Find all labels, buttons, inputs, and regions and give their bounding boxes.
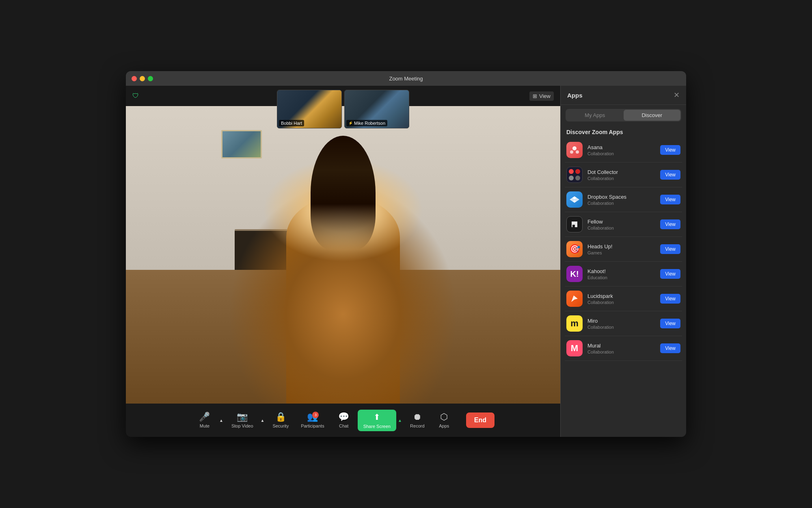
svg-marker-7: [571, 295, 578, 302]
zoom-window: Zoom Meeting 🛡 Bobbi Hart: [126, 71, 686, 437]
headsup-icon: 🎯: [566, 241, 583, 257]
miro-icon: m: [566, 315, 583, 332]
participant-name-bobbi: Bobbi Hart: [281, 121, 302, 126]
close-window-button[interactable]: [132, 76, 137, 81]
share-icon-wrap: ⬆: [374, 412, 380, 422]
miro-view-button[interactable]: View: [660, 319, 680, 328]
mute-label: Mute: [200, 423, 209, 428]
chat-button[interactable]: 💬 Chat: [331, 410, 357, 431]
maximize-window-button[interactable]: [148, 76, 153, 81]
share-upload-icon: ⬆: [374, 412, 380, 422]
thumbnail-mike[interactable]: ⚡ Mike Robertson: [344, 90, 409, 128]
mural-view-button[interactable]: View: [660, 343, 680, 353]
stop-video-button[interactable]: 📷 Stop Video: [226, 410, 259, 431]
kahoot-icon: K!: [566, 266, 583, 282]
lucidspark-view-button[interactable]: View: [660, 294, 680, 304]
participants-icon-wrap: 👥 3: [307, 412, 318, 421]
lucidspark-icon: [566, 291, 583, 307]
mural-icon: M: [566, 340, 583, 356]
share-screen-label: Share Screen: [363, 424, 391, 429]
participants-button[interactable]: 👥 3 Participants: [295, 410, 330, 431]
tab-my-apps[interactable]: My Apps: [566, 110, 624, 121]
dropbox-view-button[interactable]: View: [660, 195, 680, 204]
apps-panel-title: Apps: [567, 92, 583, 99]
app-item-lucidspark: Lucidspark Collaboration View: [565, 287, 682, 311]
app-item-kahoot: K! Kahoot! Education View: [565, 262, 682, 287]
security-label: Security: [272, 423, 289, 428]
headsup-name: Heads Up!: [587, 243, 655, 250]
mic-indicator-icon: ⚡: [348, 121, 353, 125]
asana-category: Collaboration: [587, 151, 655, 156]
security-badge: 🛡: [132, 92, 139, 100]
fellow-view-button[interactable]: View: [660, 219, 680, 229]
view-label: View: [539, 93, 551, 99]
minimize-window-button[interactable]: [140, 76, 145, 81]
participants-label: Participants: [301, 423, 324, 428]
dot-collector-info: Dot Collector Collaboration: [587, 169, 655, 181]
mute-button[interactable]: 🎤 Mute: [192, 410, 218, 431]
security-button[interactable]: 🔒 Security: [267, 410, 294, 431]
shield-icon: 🛡: [132, 92, 139, 100]
fellow-category: Collaboration: [587, 226, 655, 230]
window-controls: [132, 76, 153, 81]
svg-point-1: [570, 150, 573, 154]
close-apps-panel-button[interactable]: ✕: [674, 91, 680, 99]
thumbnail-label-mike: ⚡ Mike Robertson: [346, 120, 387, 126]
asana-icon: [566, 142, 583, 158]
asana-view-button[interactable]: View: [660, 145, 680, 155]
apps-icon: ⬡: [440, 412, 448, 421]
main-video-background: [126, 106, 560, 404]
dot-collector-view-button[interactable]: View: [660, 170, 680, 180]
app-item-asana: Asana Collaboration View: [565, 138, 682, 163]
dropbox-category: Collaboration: [587, 201, 655, 206]
apps-panel-header: Apps ✕: [561, 86, 686, 105]
end-button[interactable]: End: [466, 412, 495, 428]
headsup-category: Games: [587, 250, 655, 255]
window-title: Zoom Meeting: [389, 76, 423, 82]
participants-count-badge: 3: [312, 412, 319, 418]
thumbnail-label-bobbi: Bobbi Hart: [279, 120, 304, 126]
dropbox-info: Dropbox Spaces Collaboration: [587, 194, 655, 206]
app-item-dropbox: Dropbox Spaces Collaboration View: [565, 187, 682, 212]
asana-info: Asana Collaboration: [587, 144, 655, 156]
asana-name: Asana: [587, 144, 655, 150]
share-screen-button[interactable]: ⬆ Share Screen: [358, 410, 396, 431]
record-button[interactable]: ⏺ Record: [404, 410, 430, 431]
kahoot-name: Kahoot!: [587, 268, 655, 274]
fellow-info: Fellow Collaboration: [587, 219, 655, 230]
view-button[interactable]: ⊞ View: [529, 91, 554, 101]
title-bar: Zoom Meeting: [126, 71, 686, 86]
discover-section-title: Discover Zoom Apps: [561, 126, 686, 138]
mute-chevron[interactable]: ▲: [218, 416, 225, 425]
video-chevron[interactable]: ▲: [259, 416, 266, 425]
toolbar: 🎤 Mute ▲ 📷 Stop Video ▲ 🔒 Security: [126, 404, 560, 437]
apps-button[interactable]: ⬡ Apps: [431, 410, 457, 431]
video-section: 🛡 Bobbi Hart ⚡ Mike Robertson: [126, 86, 560, 437]
miro-info: Miro Collaboration: [587, 318, 655, 330]
app-item-miro: m Miro Collaboration View: [565, 311, 682, 336]
app-item-headsup: 🎯 Heads Up! Games View: [565, 237, 682, 262]
view-icon: ⊞: [533, 93, 537, 99]
record-label: Record: [410, 423, 424, 428]
mural-category: Collaboration: [587, 350, 655, 354]
app-item-dot-collector: Dot Collector Collaboration View: [565, 163, 682, 187]
thumbnail-bobbi[interactable]: Bobbi Hart: [277, 90, 342, 128]
svg-point-0: [572, 146, 577, 150]
tab-discover[interactable]: Discover: [624, 110, 681, 121]
dropbox-icon: [566, 191, 583, 208]
kahoot-view-button[interactable]: View: [660, 269, 680, 279]
microphone-icon: 🎤: [199, 412, 210, 421]
kahoot-category: Education: [587, 275, 655, 280]
app-item-mural: M Mural Collaboration View: [565, 336, 682, 361]
app-item-fellow: Fellow Collaboration View: [565, 212, 682, 237]
participant-thumbnails: Bobbi Hart ⚡ Mike Robertson: [277, 90, 409, 128]
apps-label: Apps: [439, 423, 449, 428]
mute-group: 🎤 Mute ▲: [192, 410, 225, 431]
headsup-info: Heads Up! Games: [587, 243, 655, 255]
mural-name: Mural: [587, 343, 655, 349]
dropbox-name: Dropbox Spaces: [587, 194, 655, 200]
security-icon: 🔒: [275, 412, 286, 421]
mural-info: Mural Collaboration: [587, 343, 655, 354]
share-chevron[interactable]: ▲: [396, 416, 404, 425]
headsup-view-button[interactable]: View: [660, 244, 680, 254]
